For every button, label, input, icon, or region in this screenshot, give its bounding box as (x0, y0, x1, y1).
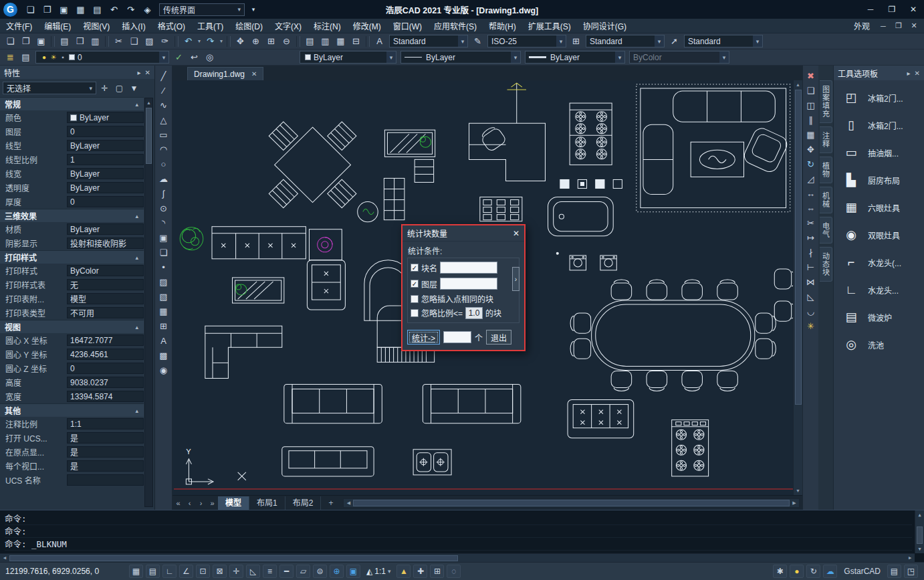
menu-item[interactable]: 工具(T) (191, 20, 229, 31)
palette-tab[interactable]: 植物 (820, 157, 832, 183)
lengthen-icon[interactable]: ⇔ (804, 201, 818, 215)
redo-icon[interactable]: ↷ (203, 35, 218, 48)
chamfer-icon[interactable]: ◺ (804, 290, 818, 304)
selection-cycling-icon[interactable]: ⊜ (313, 565, 327, 578)
move-icon[interactable]: ✥ (804, 142, 818, 157)
palette-header[interactable]: 工具选项板 ▸ ✕ (834, 66, 924, 80)
dynamic-input-icon[interactable]: ≡ (263, 565, 277, 578)
palette-item[interactable]: ▤ 微波炉 (836, 304, 922, 330)
redo-icon[interactable]: ↷ (122, 2, 139, 17)
zoom-realtime-icon[interactable]: ⊕ (248, 35, 263, 48)
collapse-icon[interactable]: ▴ (135, 213, 138, 219)
property-value[interactable]: ByLayer (67, 182, 144, 193)
canvas-vertical-scrollbar[interactable]: ▲ ▼ (793, 80, 802, 495)
chevron-down-icon[interactable]: ▾ (159, 52, 168, 63)
dynamic-ucs-icon[interactable]: ◺ (246, 565, 260, 578)
doc-close-button[interactable]: ✕ (907, 21, 921, 30)
property-row[interactable]: 阴影显示 投射和接收阴影 (0, 236, 144, 250)
last-layout-icon[interactable]: » (207, 499, 218, 507)
undo-dropdown-icon[interactable]: ▾ (196, 35, 203, 48)
publish-icon[interactable]: ▥ (88, 35, 103, 48)
palette-tab[interactable]: 图案填充 (820, 80, 832, 123)
polygon-icon[interactable]: △ (156, 113, 171, 127)
hardware-acceleration-icon[interactable]: ⊞ (430, 565, 444, 578)
block-name-input[interactable] (440, 262, 497, 274)
section-header-3d[interactable]: 三维效果 ▴ (0, 209, 144, 222)
property-value[interactable]: 0 (67, 363, 144, 374)
toolbar-separator[interactable] (175, 36, 179, 47)
toolbar-separator[interactable] (51, 36, 55, 47)
property-row[interactable]: 厚度 0 (0, 195, 144, 209)
document-tab-close-icon[interactable]: ✕ (251, 70, 257, 78)
property-row[interactable]: 打印样式 ByColor (0, 264, 144, 278)
scroll-left-icon[interactable]: ◀ (344, 499, 353, 507)
dialog-close-icon[interactable]: ✕ (513, 229, 519, 238)
selection-type-combo[interactable]: 无选择 ▾ (3, 82, 96, 94)
new-file-icon[interactable]: ❏ (22, 2, 39, 17)
property-value[interactable]: ByColor (67, 265, 144, 276)
chevron-down-icon[interactable]: ▾ (386, 52, 396, 63)
canvas-horizontal-scrollbar[interactable]: ◀ ▶ (343, 498, 800, 508)
arc-icon[interactable]: ◠ (156, 142, 171, 157)
hatch-icon[interactable]: ▨ (156, 275, 171, 289)
toggle-pickadd-icon[interactable]: ✛ (98, 84, 111, 93)
document-tab[interactable]: Drawing1.dwg ✕ (187, 67, 263, 80)
layer-states-icon[interactable]: ▤ (18, 51, 33, 64)
settings-gear-icon[interactable]: ✱ (773, 565, 787, 578)
property-row[interactable]: 在原点显... 是 (0, 445, 144, 459)
section-header-view[interactable]: 视图 ▴ (0, 320, 144, 333)
undo-icon[interactable]: ↶ (106, 2, 122, 17)
pin-icon[interactable]: ▸ (907, 70, 911, 77)
match-properties-icon[interactable]: ✑ (157, 35, 172, 48)
tray-icon[interactable]: ▤ (887, 565, 901, 578)
property-row[interactable]: 圆心 Y 坐标 4236.4561 (0, 347, 144, 361)
object-snap-icon[interactable]: ⊡ (196, 565, 210, 578)
text-style-combo[interactable]: Standard ▾ (389, 35, 468, 47)
stretch-icon[interactable]: ↔ (804, 187, 818, 201)
toolbar-separator[interactable] (296, 36, 300, 47)
redo-dropdown-icon[interactable]: ▾ (218, 35, 225, 48)
dim-style-combo[interactable]: ISO-25 ▾ (487, 35, 566, 47)
open-file-icon[interactable]: ❐ (18, 35, 33, 48)
linetype-combo[interactable]: ByLayer ▾ (400, 51, 521, 64)
design-center-icon[interactable]: ▦ (333, 35, 348, 48)
auto-annotation-icon[interactable]: ✚ (413, 565, 427, 578)
property-value[interactable]: 不可用 (67, 307, 144, 318)
close-icon[interactable]: ✕ (145, 69, 150, 76)
tips-bulb-icon[interactable]: ● (790, 565, 804, 578)
count-result-input[interactable] (443, 331, 471, 343)
property-value[interactable]: 16472.7077 (67, 334, 144, 346)
first-layout-icon[interactable]: « (172, 499, 184, 507)
palette-item[interactable]: ◰ 冰箱2门... (836, 85, 922, 110)
properties-scrollbar[interactable]: ▲ (144, 98, 153, 507)
property-row[interactable]: 宽度 13394.5874 (0, 389, 144, 403)
next-layout-icon[interactable]: › (195, 499, 207, 507)
mleader-style-combo[interactable]: Standard ▾ (684, 35, 763, 47)
maximize-button[interactable]: ❐ (881, 1, 903, 18)
quick-access-overflow-icon[interactable]: ▾ (248, 2, 259, 17)
menu-item[interactable]: 文件(F) (0, 20, 38, 31)
prev-layout-icon[interactable]: ‹ (184, 499, 195, 507)
make-block-icon[interactable]: ❏ (156, 246, 171, 260)
viewport-maximize-icon[interactable]: ⊕ (330, 565, 344, 578)
save-as-icon[interactable]: ▦ (72, 2, 89, 17)
scroll-down-icon[interactable]: ▼ (915, 545, 924, 553)
layer-combo[interactable]: ● ☀ ▪ 0 ▾ (35, 51, 169, 64)
undo-icon[interactable]: ↶ (181, 35, 196, 48)
layout-tab[interactable]: 布局2 (285, 496, 322, 510)
erase-icon[interactable]: ✖ (804, 69, 818, 83)
text-style-icon[interactable]: A (372, 35, 387, 48)
table-icon[interactable]: ⊞ (156, 319, 171, 333)
offset-icon[interactable]: ∥ (804, 113, 818, 127)
scrollbar-thumb[interactable] (353, 500, 790, 506)
property-value[interactable]: 是 (67, 460, 144, 472)
collapse-icon[interactable]: ▴ (135, 254, 138, 261)
palette-tab[interactable]: 机械 (820, 187, 832, 213)
cut-icon[interactable]: ✂ (111, 35, 126, 48)
layer-previous-icon[interactable]: ↩ (187, 51, 202, 64)
palette-item[interactable]: ▙ 厨房布局 (836, 167, 922, 193)
chevron-down-icon[interactable]: ▾ (511, 52, 520, 63)
scroll-up-icon[interactable]: ▲ (915, 510, 924, 519)
palette-item[interactable]: ◉ 双眼灶具 (836, 222, 922, 248)
cloud-sync-icon[interactable]: ☁ (823, 565, 837, 578)
